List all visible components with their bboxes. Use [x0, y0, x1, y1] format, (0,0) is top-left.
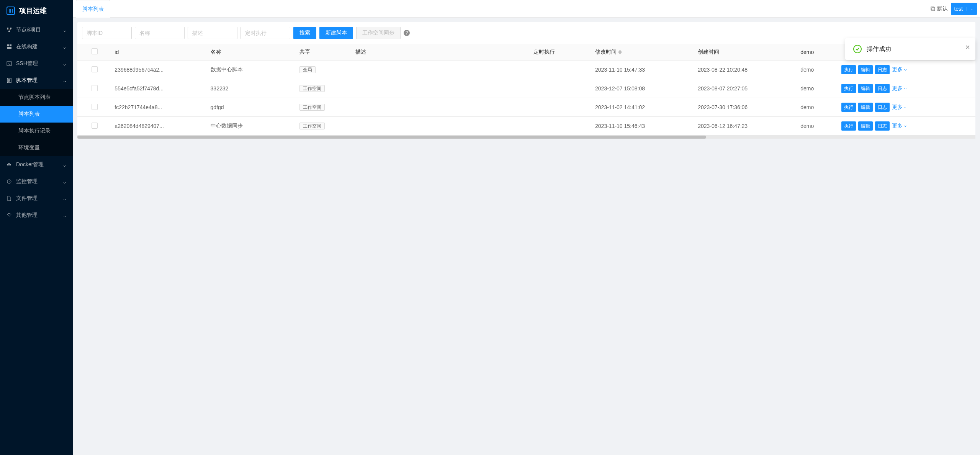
- tab-label: 脚本列表: [82, 6, 104, 13]
- sidebar-item-other[interactable]: 其他管理: [0, 207, 73, 224]
- cell-actions: 执行编辑日志更多: [838, 61, 975, 79]
- cell-desc: [352, 79, 530, 98]
- chevron-down-icon: [903, 87, 907, 90]
- chevron-down-icon: [63, 180, 67, 183]
- sidebar-item-ssh[interactable]: SSH管理: [0, 55, 73, 72]
- header-mtime[interactable]: 修改时间: [592, 44, 695, 61]
- svg-rect-9: [7, 164, 8, 165]
- sidebar-item-label: 脚本执行记录: [18, 128, 67, 134]
- header-share[interactable]: 共享: [296, 44, 353, 61]
- exec-button[interactable]: 执行: [841, 103, 856, 112]
- more-dropdown[interactable]: 更多: [892, 66, 907, 73]
- cell-actions: 执行编辑日志更多: [838, 98, 975, 117]
- sidebar-item-monitor[interactable]: 监控管理: [0, 173, 73, 190]
- more-dropdown[interactable]: 更多: [892, 85, 907, 92]
- edit-button[interactable]: 编辑: [858, 65, 873, 74]
- desc-input[interactable]: [188, 27, 237, 39]
- sidebar-item-files[interactable]: 文件管理: [0, 190, 73, 207]
- workspace-selector[interactable]: test: [951, 3, 977, 15]
- sidebar-item-label: 节点&项目: [16, 26, 63, 33]
- header-user[interactable]: demo: [797, 44, 838, 61]
- sidebar-item-scripts[interactable]: 脚本管理: [0, 72, 73, 89]
- cell-actions: 执行编辑日志更多: [838, 117, 975, 136]
- sidebar-item-nodes[interactable]: 节点&项目: [0, 21, 73, 38]
- name-input[interactable]: [135, 27, 185, 39]
- cell-mtime: 2023-11-10 15:46:43: [592, 117, 695, 136]
- svg-rect-3: [8, 31, 10, 32]
- search-button[interactable]: 搜索: [293, 27, 316, 39]
- help-icon[interactable]: ?: [404, 30, 410, 36]
- cell-cron: [530, 79, 592, 98]
- nodes-icon: [6, 27, 12, 33]
- share-tag: 全局: [299, 66, 316, 73]
- table-row: a262084d4829407...中心数据同步工作空间2023-11-10 1…: [77, 117, 975, 136]
- sort-icon: [618, 50, 622, 54]
- select-all-checkbox[interactable]: [92, 48, 98, 54]
- chevron-down-icon: [903, 68, 907, 72]
- svg-rect-15: [932, 8, 935, 11]
- script-id-input[interactable]: [82, 27, 132, 39]
- sidebar: 项目运维 节点&项目 在线构建 SSH管理 脚本管理 节点脚本列表 脚本列表 脚…: [0, 0, 73, 455]
- tab-script-list[interactable]: 脚本列表: [76, 0, 110, 18]
- exec-button[interactable]: 执行: [841, 84, 856, 93]
- edit-button[interactable]: 编辑: [858, 103, 873, 112]
- log-button[interactable]: 日志: [875, 121, 890, 131]
- toast-close-button[interactable]: ✕: [965, 44, 970, 51]
- row-checkbox[interactable]: [92, 123, 98, 129]
- cell-name: gdfgd: [208, 98, 296, 117]
- sidebar-item-docker[interactable]: Docker管理: [0, 156, 73, 173]
- exec-button[interactable]: 执行: [841, 65, 856, 74]
- log-button[interactable]: 日志: [875, 65, 890, 74]
- more-dropdown[interactable]: 更多: [892, 123, 907, 129]
- workspace-default-button[interactable]: 默认: [930, 5, 948, 12]
- row-checkbox[interactable]: [92, 85, 98, 91]
- edit-button[interactable]: 编辑: [858, 84, 873, 93]
- svg-rect-12: [10, 164, 11, 165]
- sidebar-item-script-list[interactable]: 脚本列表: [0, 106, 73, 123]
- header-name[interactable]: 名称: [208, 44, 296, 61]
- sidebar-item-script-logs[interactable]: 脚本执行记录: [0, 123, 73, 139]
- app-logo[interactable]: 项目运维: [0, 0, 73, 21]
- header-ctime[interactable]: 创建时间: [695, 44, 797, 61]
- exec-button[interactable]: 执行: [841, 121, 856, 131]
- row-checkbox[interactable]: [92, 66, 98, 72]
- sidebar-item-node-scripts[interactable]: 节点脚本列表: [0, 89, 73, 106]
- app-title: 项目运维: [19, 6, 47, 15]
- sidebar-item-build[interactable]: 在线构建: [0, 38, 73, 55]
- script-icon: [6, 77, 12, 83]
- svg-rect-6: [7, 47, 11, 49]
- log-button[interactable]: 日志: [875, 103, 890, 112]
- sidebar-item-label: 在线构建: [16, 43, 63, 50]
- cron-input[interactable]: [241, 27, 290, 39]
- table-row: fc22b271744e4a8...gdfgd工作空间2023-11-02 14…: [77, 98, 975, 117]
- tabbar-right: 默认 test: [930, 3, 977, 15]
- row-checkbox[interactable]: [92, 104, 98, 110]
- header-desc[interactable]: 描述: [352, 44, 530, 61]
- cell-ctime: 2023-08-07 20:27:05: [695, 79, 797, 98]
- sidebar-item-env-vars[interactable]: 环境变量: [0, 139, 73, 156]
- share-tag: 工作空间: [299, 123, 325, 129]
- cell-user: demo: [797, 79, 838, 98]
- edit-button[interactable]: 编辑: [858, 121, 873, 131]
- cell-id: fc22b271744e4a8...: [111, 98, 207, 117]
- filter-toolbar: 搜索 新建脚本 工作空间同步 ?: [77, 22, 975, 44]
- script-table-wrap: id 名称 共享 描述 定时执行 修改时间 创建时间 demo 239688d9…: [77, 44, 975, 136]
- svg-point-16: [854, 45, 861, 53]
- file-icon: [6, 195, 12, 201]
- sidebar-submenu-scripts: 节点脚本列表 脚本列表 脚本执行记录 环境变量: [0, 89, 73, 156]
- more-dropdown[interactable]: 更多: [892, 104, 907, 111]
- cell-mtime: 2023-11-02 14:41:02: [592, 98, 695, 117]
- log-button[interactable]: 日志: [875, 84, 890, 93]
- chevron-down-icon: [967, 7, 974, 11]
- header-id[interactable]: id: [111, 44, 207, 61]
- create-script-button[interactable]: 新建脚本: [319, 27, 353, 39]
- cell-name: 中心数据同步: [208, 117, 296, 136]
- docker-icon: [6, 162, 12, 168]
- sidebar-item-label: 环境变量: [18, 144, 67, 151]
- cell-share: 工作空间: [296, 98, 353, 117]
- horizontal-scrollbar[interactable]: [77, 136, 975, 139]
- header-cron[interactable]: 定时执行: [530, 44, 592, 61]
- cell-share: 工作空间: [296, 117, 353, 136]
- cell-actions: 执行编辑日志更多: [838, 79, 975, 98]
- scrollbar-thumb[interactable]: [77, 136, 706, 139]
